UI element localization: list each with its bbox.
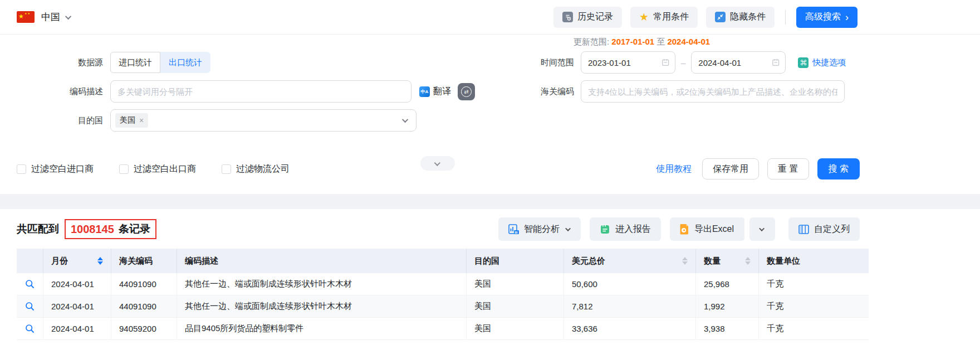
reset-button[interactable]: 重 置 xyxy=(767,158,808,180)
columns-icon xyxy=(798,225,809,234)
update-range-joiner: 至 xyxy=(656,37,665,46)
table-cell: 33,636 xyxy=(564,318,696,339)
match-count-text: 共匹配到 1008145 条记录 xyxy=(17,219,156,239)
date-start-input[interactable] xyxy=(588,58,661,67)
export-options-button[interactable] xyxy=(749,217,775,241)
row-detail-search-button[interactable] xyxy=(17,318,43,339)
destination-label: 目的国 xyxy=(17,115,103,126)
advanced-search-label: 高级搜索 xyxy=(805,11,841,23)
tab-import-stats[interactable]: 进口统计 xyxy=(110,52,160,73)
magnifier-icon xyxy=(25,302,35,311)
checkbox[interactable] xyxy=(222,164,231,174)
enter-report-button[interactable]: 进入报告 xyxy=(590,217,661,241)
hide-conditions-label: 隐藏条件 xyxy=(730,11,766,23)
custom-columns-label: 自定义列 xyxy=(814,224,850,235)
header-label: 数量 xyxy=(704,256,721,266)
advanced-search-button[interactable]: 高级搜索 › xyxy=(796,7,857,28)
header-search-cell xyxy=(17,249,43,273)
exchange-button[interactable]: ⇄ xyxy=(458,83,475,100)
country-selector-label[interactable]: 中国 xyxy=(41,11,60,23)
sort-icon[interactable] xyxy=(745,257,751,265)
table-row: 2024-04-0144091090其他任一边、端或面制成连续形状针叶木木材美国… xyxy=(17,273,869,295)
tag-close-icon[interactable]: × xyxy=(139,116,144,125)
table-cell: 其他任一边、端或面制成连续形状针叶木木材 xyxy=(177,295,467,317)
search-button[interactable]: 搜 索 xyxy=(817,158,860,180)
tutorial-link[interactable]: 使用教程 xyxy=(656,163,692,175)
date-end-input[interactable] xyxy=(698,58,772,67)
custom-columns-button[interactable]: 自定义列 xyxy=(788,217,860,241)
header-quantity[interactable]: 数量 xyxy=(696,249,759,273)
table-cell: 44091090 xyxy=(111,295,177,317)
destination-tag: 美国 × xyxy=(115,113,148,128)
export-excel-button[interactable]: 导出Excel xyxy=(670,217,745,241)
tab-export-stats[interactable]: 出口统计 xyxy=(160,52,210,73)
history-label: 历史记录 xyxy=(577,11,613,23)
code-desc-input[interactable] xyxy=(117,87,404,96)
table-cell: 1,992 xyxy=(696,295,759,317)
checkbox-label: 过滤物流公司 xyxy=(236,163,290,175)
magnifier-icon xyxy=(25,324,35,333)
header-month[interactable]: 月份 xyxy=(43,249,111,273)
date-start-field[interactable] xyxy=(581,51,675,74)
table-cell: 50,600 xyxy=(564,273,696,295)
filter-blank-importer[interactable]: 过滤空白进口商 xyxy=(17,163,94,175)
exchange-icon: ⇄ xyxy=(461,86,472,97)
checkbox[interactable] xyxy=(119,164,129,174)
data-source-label: 数据源 xyxy=(17,57,103,68)
destination-tag-label: 美国 xyxy=(120,115,135,125)
checkbox-label: 过滤空白进口商 xyxy=(31,163,94,175)
sort-icon[interactable] xyxy=(682,257,688,265)
match-count-number: 1008145 xyxy=(71,223,114,236)
checkbox-label: 过滤空白出口商 xyxy=(134,163,196,175)
collapse-panel-button[interactable] xyxy=(420,156,455,171)
table-cell: 千克 xyxy=(759,295,869,317)
magnifier-icon xyxy=(25,279,35,289)
excel-export-icon xyxy=(680,224,689,235)
smart-analysis-button[interactable]: BI 智能分析 xyxy=(498,217,581,241)
sort-icon[interactable] xyxy=(97,257,103,265)
header-label: 海关编码 xyxy=(119,256,153,266)
table-cell: 品目9405所列货品的塑料制零件 xyxy=(177,318,467,339)
chevron-down-icon xyxy=(759,226,765,231)
hs-code-label: 海关编码 xyxy=(475,86,574,97)
history-icon xyxy=(562,12,573,22)
hide-conditions-button[interactable]: 隐藏条件 xyxy=(706,7,775,28)
china-flag-icon: ★ ★★ xyxy=(17,11,35,23)
table-row: 2024-04-0144091090其他任一边、端或面制成连续形状针叶木木材美国… xyxy=(17,295,869,318)
table-row: 2024-04-0194059200品目9405所列货品的塑料制零件美国33,6… xyxy=(17,318,869,340)
date-end-field[interactable] xyxy=(691,51,786,74)
filter-logistics[interactable]: 过滤物流公司 xyxy=(222,163,290,175)
header-label: 数量单位 xyxy=(767,256,800,266)
bi-chart-icon: BI xyxy=(508,224,519,235)
results-actions: BI 智能分析 进入报告 导出Excel 自定义列 xyxy=(498,217,860,241)
header-label: 目的国 xyxy=(474,256,499,266)
date-separator: – xyxy=(681,58,685,67)
header-usd-total[interactable]: 美元总价 xyxy=(564,249,696,273)
update-range-note: 更新范围: 2017-01-01 至 2024-04-01 xyxy=(574,37,710,47)
history-button[interactable]: 历史记录 xyxy=(553,7,622,28)
save-common-button[interactable]: 保存常用 xyxy=(702,158,759,180)
checkbox[interactable] xyxy=(17,164,26,174)
country-chevron-down-icon[interactable] xyxy=(65,13,71,19)
quick-options-link[interactable]: ⌘ 快捷选项 xyxy=(798,57,846,68)
command-icon: ⌘ xyxy=(798,57,808,68)
hs-code-input[interactable] xyxy=(588,87,837,96)
destination-select[interactable]: 美国 × xyxy=(110,109,416,132)
row-detail-search-button[interactable] xyxy=(17,273,43,295)
code-desc-label: 编码描述 xyxy=(17,86,103,97)
match-count-suffix: 条记录 xyxy=(119,222,150,236)
table-cell: 94059200 xyxy=(111,318,177,339)
header-label: 编码描述 xyxy=(185,256,218,266)
favorites-button[interactable]: ★ 常用条件 xyxy=(630,7,698,28)
row-detail-search-button[interactable] xyxy=(17,295,43,317)
code-desc-field[interactable] xyxy=(110,80,411,103)
hs-code-field[interactable] xyxy=(581,80,845,103)
calendar-icon xyxy=(661,58,669,67)
update-range-label: 更新范围: xyxy=(574,37,609,46)
table-cell: 美国 xyxy=(467,318,564,339)
topbar-actions: 历史记录 ★ 常用条件 隐藏条件 高级搜索 › xyxy=(553,7,857,28)
filter-blank-exporter[interactable]: 过滤空白出口商 xyxy=(119,163,196,175)
table-cell: 2024-04-01 xyxy=(43,295,111,317)
table-cell: 44091090 xyxy=(111,273,177,295)
translate-button[interactable]: 中A 翻译 xyxy=(419,86,451,98)
